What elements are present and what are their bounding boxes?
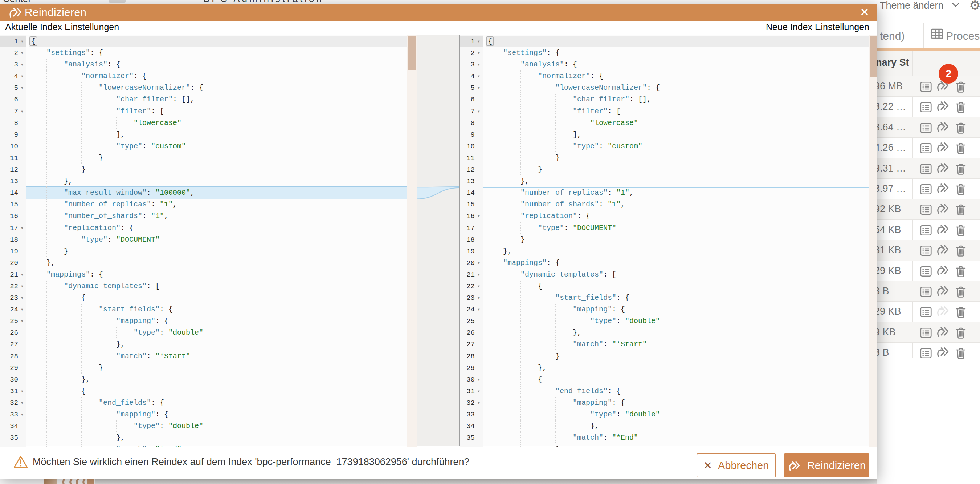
fold-arrow-icon[interactable]: ▾	[18, 281, 26, 292]
share-icon[interactable]	[936, 305, 950, 316]
fold-arrow-icon[interactable]: ▾	[475, 210, 483, 222]
fold-arrow-icon[interactable]: ▾	[475, 82, 483, 94]
line-number: 6	[460, 94, 475, 105]
details-icon[interactable]	[920, 203, 932, 216]
fold-arrow-icon[interactable]: ▾	[18, 315, 26, 327]
fold-arrow-icon[interactable]: ▾	[475, 47, 483, 59]
fold-arrow-icon[interactable]: ▾	[18, 409, 26, 420]
fold-arrow-icon[interactable]: ▾	[18, 269, 26, 281]
fold-arrow-icon[interactable]: ▾	[475, 257, 483, 269]
details-icon[interactable]	[920, 80, 932, 93]
details-icon[interactable]	[920, 121, 932, 134]
fold-arrow-icon[interactable]: ▾	[475, 374, 483, 385]
fold-arrow-icon[interactable]: ▾	[18, 59, 26, 70]
diff-removed-line	[483, 187, 869, 188]
share-icon[interactable]	[936, 285, 950, 296]
reindex-button[interactable]: Reindizieren	[784, 454, 869, 478]
editor-current-settings[interactable]: 1▾2▾3▾4▾5▾67▾891011121314151617▾18192021…	[0, 35, 417, 447]
code-line: },	[29, 339, 410, 350]
gutter-line: 10	[0, 141, 26, 152]
fold-arrow-icon[interactable]: ▾	[475, 385, 483, 397]
delete-icon[interactable]	[954, 224, 967, 237]
delete-icon[interactable]	[954, 265, 967, 278]
delete-icon[interactable]	[954, 183, 967, 196]
fold-arrow-icon[interactable]: ▾	[475, 36, 483, 47]
share-icon[interactable]	[936, 101, 950, 111]
delete-icon[interactable]	[954, 244, 967, 257]
delete-icon[interactable]	[954, 203, 967, 216]
fold-arrow-icon[interactable]: ▾	[18, 106, 26, 117]
fold-arrow-icon[interactable]: ▾	[475, 292, 483, 304]
code-area[interactable]: {"settings": {"analysis": {"normalizer":…	[26, 35, 410, 447]
code-line: },	[486, 362, 872, 374]
details-icon[interactable]	[920, 101, 932, 114]
code-line: "mappings": {	[29, 269, 410, 281]
details-icon[interactable]	[920, 244, 932, 257]
code-area[interactable]: {"settings": {"analysis": {"normalizer":…	[483, 35, 872, 447]
delete-icon[interactable]	[954, 305, 967, 319]
gutter-line: 7▾	[460, 106, 483, 117]
details-icon[interactable]	[920, 163, 932, 176]
details-icon[interactable]	[920, 265, 932, 278]
fold-arrow-icon[interactable]: ▾	[18, 222, 26, 234]
line-number: 5	[0, 82, 18, 94]
share-icon[interactable]	[936, 326, 950, 337]
details-icon[interactable]	[920, 305, 932, 319]
cancel-button[interactable]: ✕ Abbrechen	[697, 454, 776, 478]
delete-icon[interactable]	[954, 80, 967, 93]
fold-arrow-icon[interactable]: ▾	[475, 269, 483, 281]
fold-arrow-icon[interactable]: ▾	[475, 304, 483, 315]
details-icon[interactable]	[920, 183, 932, 196]
tab-process[interactable]: Process	[924, 22, 980, 48]
share-icon[interactable]	[936, 203, 950, 214]
theme-select[interactable]: Theme ändern	[880, 0, 944, 11]
fold-arrow-icon[interactable]: ▾	[475, 281, 483, 292]
gutter-line: 33	[460, 409, 483, 420]
fold-arrow-icon[interactable]: ▾	[18, 397, 26, 409]
details-icon[interactable]	[920, 347, 932, 360]
fold-arrow-icon[interactable]: ▾	[475, 70, 483, 82]
fold-arrow-icon[interactable]: ▾	[475, 59, 483, 70]
fold-arrow-icon[interactable]: ▾	[18, 82, 26, 94]
code-line: "match": "*Start"	[486, 339, 872, 350]
scrollbar[interactable]	[407, 35, 417, 447]
share-icon[interactable]	[936, 121, 950, 132]
fold-arrow-icon[interactable]: ▾	[18, 304, 26, 315]
editor-new-settings[interactable]: 1▾2▾3▾4▾5▾67▾8910111213141516▾17181920▾2…	[460, 35, 877, 447]
fold-arrow-icon[interactable]: ▾	[18, 385, 26, 397]
close-icon[interactable]: ✕	[860, 5, 869, 19]
gear-icon[interactable]: ⚙	[969, 0, 980, 13]
delete-icon[interactable]	[954, 142, 967, 155]
details-icon[interactable]	[920, 224, 932, 237]
fold-spacer	[18, 187, 26, 199]
fold-arrow-icon[interactable]: ▾	[18, 70, 26, 82]
details-icon[interactable]	[920, 285, 932, 298]
share-icon[interactable]	[936, 347, 950, 357]
share-icon[interactable]	[936, 244, 950, 255]
gutter-line: 33▾	[0, 409, 26, 420]
delete-icon[interactable]	[954, 347, 967, 360]
fold-spacer	[18, 117, 26, 129]
share-icon[interactable]	[936, 183, 950, 193]
fold-arrow-icon[interactable]: ▾	[18, 292, 26, 304]
delete-icon[interactable]	[954, 163, 967, 176]
details-icon[interactable]	[920, 142, 932, 155]
scrollbar-thumb[interactable]	[407, 36, 416, 70]
share-icon[interactable]	[936, 265, 950, 275]
delete-icon[interactable]	[954, 285, 967, 298]
scrollbar[interactable]	[869, 35, 877, 447]
delete-icon[interactable]	[954, 121, 967, 134]
share-icon[interactable]	[936, 224, 950, 234]
fold-arrow-icon[interactable]: ▾	[18, 47, 26, 59]
details-icon[interactable]	[920, 326, 932, 339]
gutter-line: 4▾	[0, 70, 26, 82]
scrollbar-thumb[interactable]	[870, 36, 877, 77]
share-icon[interactable]	[936, 142, 950, 152]
delete-icon[interactable]	[954, 326, 967, 339]
fold-arrow-icon[interactable]: ▾	[475, 106, 483, 117]
share-icon[interactable]	[936, 163, 950, 173]
tab-backend[interactable]: tend)	[880, 30, 905, 42]
fold-arrow-icon[interactable]: ▾	[18, 36, 26, 47]
delete-icon[interactable]	[954, 101, 967, 114]
fold-arrow-icon[interactable]: ▾	[475, 397, 483, 409]
